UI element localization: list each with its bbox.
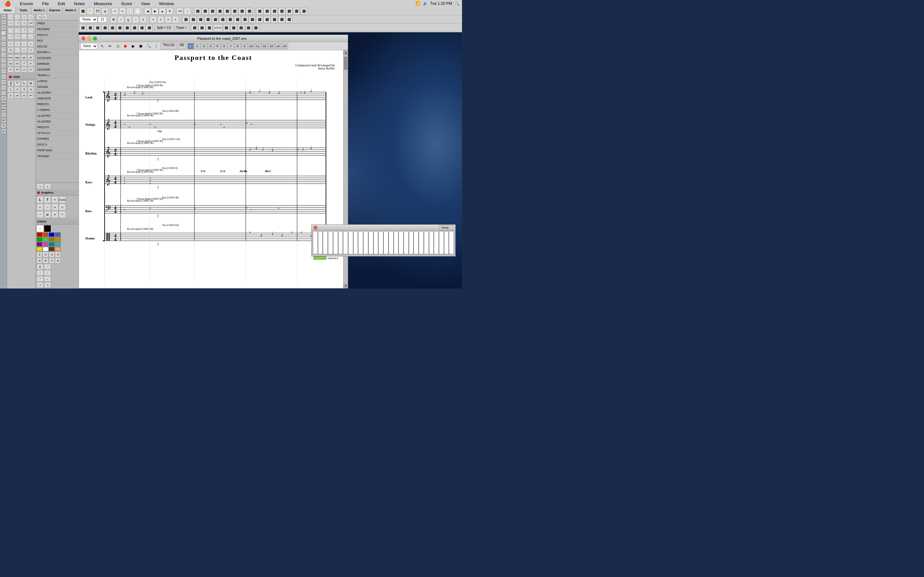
name-prev[interactable]: PREV — [36, 21, 79, 26]
piano-key-c3[interactable] — [383, 232, 389, 254]
btn-s3[interactable]: 3 — [21, 87, 27, 92]
tb-b14[interactable]: ⬛ — [293, 8, 300, 15]
btn-dn-arr[interactable]: ↓ — [44, 270, 51, 276]
name-allegro2[interactable]: ALLEGRO — [36, 113, 79, 119]
btn-pencil-g[interactable]: ✎ — [51, 196, 58, 203]
btn-h[interactable]: H — [51, 211, 58, 218]
piano-key-g3[interactable] — [404, 232, 409, 254]
btn-half-rest[interactable]: 𝄼 — [15, 27, 20, 33]
tool-pencil[interactable]: ✏ — [107, 43, 113, 49]
icon-pointer[interactable]: ↖ — [1, 14, 6, 19]
tb-bold[interactable]: B — [110, 16, 117, 23]
name-leggier[interactable]: LEGGIER — [36, 67, 79, 73]
tb-r4[interactable]: ⬛ — [204, 16, 212, 23]
tb-b9[interactable]: ⬛ — [256, 8, 263, 15]
tb-paste[interactable]: 📄 — [134, 8, 141, 15]
btn-record[interactable]: ⏺ — [122, 43, 129, 49]
piano-key-b1[interactable] — [343, 232, 348, 254]
mnum-5[interactable]: 5 — [214, 43, 221, 49]
icon-tie[interactable]: ⌢ — [1, 69, 6, 74]
piano-setup-btn[interactable]: Setup... — [439, 225, 453, 230]
mnum-15[interactable]: 15 — [282, 43, 288, 49]
tb-t3[interactable]: ⬛ — [206, 24, 213, 31]
tb-s[interactable]: S — [140, 16, 147, 23]
icon-eraser[interactable]: ⬜ — [1, 31, 6, 35]
piano-key-c1[interactable] — [313, 232, 318, 254]
tb-b6[interactable]: ⬛ — [231, 8, 238, 15]
btn-metronome[interactable]: ⋮ — [153, 43, 160, 49]
btn-max-score[interactable] — [93, 37, 97, 40]
tb-s2[interactable]: ⬛ — [87, 24, 94, 31]
color-brown[interactable] — [49, 247, 55, 251]
tb-s9[interactable]: ⬛ — [138, 24, 145, 31]
color-black[interactable]: ■ — [44, 225, 51, 232]
name-porpend[interactable]: PORP END — [36, 147, 79, 153]
icon-select[interactable]: ▭ — [1, 19, 6, 25]
btn-32nd-rest[interactable]: 𝅀 — [15, 34, 20, 39]
btn-text-T[interactable]: T — [44, 196, 51, 203]
mnum-3[interactable]: 3 — [201, 43, 207, 49]
tab-marks2[interactable]: Marks 2 — [63, 7, 79, 13]
name-expres[interactable]: EXPRES — [36, 136, 79, 142]
btn-v[interactable]: v — [21, 47, 27, 53]
font-size-input[interactable] — [98, 17, 107, 23]
btn-m[interactable]: m — [51, 203, 58, 211]
btn-sharp[interactable]: ♯ — [8, 41, 13, 47]
btn-eighth[interactable]: ♪ — [28, 14, 34, 20]
piano-key-f3[interactable] — [399, 232, 404, 254]
tb-r8[interactable]: ⬛ — [234, 16, 241, 23]
name-atempo[interactable]: A TEMPO — [36, 107, 79, 113]
tool-eraser[interactable]: ◇ — [115, 43, 121, 49]
icon-half[interactable]: 𝅗 — [1, 47, 6, 52]
btn-wave-dn[interactable]: ∿ — [44, 282, 51, 288]
color-white[interactable]: □ — [37, 225, 44, 232]
name-presto1[interactable]: PRESTO — [36, 101, 79, 107]
color-green[interactable] — [37, 237, 42, 242]
voice-select[interactable]: Voice — [80, 43, 98, 49]
piano-key-g4[interactable] — [439, 232, 444, 254]
btn-f[interactable]: f — [21, 61, 27, 66]
icon-pencil[interactable]: ✏ — [1, 25, 6, 30]
btn-64th[interactable]: ♬ — [21, 20, 27, 26]
tb-b11[interactable]: ⬛ — [271, 8, 278, 15]
tb-b12[interactable]: ⬛ — [278, 8, 285, 15]
icon-eighth[interactable]: ♪ — [1, 36, 6, 41]
piano-key-b2[interactable] — [378, 232, 383, 254]
mnum-12[interactable]: 12 — [262, 43, 268, 49]
tb-align-l[interactable]: ≡ — [150, 16, 157, 23]
tb-gvox[interactable]: GVOX — [213, 24, 222, 31]
tb-r5[interactable]: ⬛ — [212, 16, 219, 23]
btn-u-lower[interactable]: u — [44, 183, 51, 189]
thru-button[interactable]: Thru On — [161, 43, 177, 49]
tb-circle[interactable]: ○ — [132, 16, 139, 23]
piano-key-e3[interactable] — [394, 232, 399, 254]
scrollbar-down[interactable]: ▼ — [344, 284, 348, 288]
piano-key-e4[interactable] — [429, 232, 434, 254]
tb-t5[interactable]: ⬛ — [230, 24, 237, 31]
btn-mf[interactable]: mf — [15, 61, 20, 66]
btn-line[interactable]: ─ — [37, 211, 44, 218]
piano-key-d3[interactable] — [389, 232, 394, 254]
mnum-1[interactable]: 1 — [187, 43, 194, 49]
tb-open[interactable]: 📂 — [87, 8, 94, 15]
icon-nat[interactable]: ♮ — [1, 90, 6, 95]
btn-dot2[interactable]: .. — [28, 34, 34, 39]
btn-stop[interactable]: ⏹ — [137, 43, 144, 49]
piano-key-a1[interactable] — [338, 232, 343, 254]
tb-b3[interactable]: ⬛ — [209, 8, 216, 15]
name-pecrem[interactable]: PECREM — [36, 26, 79, 32]
btn-arrow-left[interactable]: ◁ — [37, 15, 42, 19]
btn-hash[interactable]: ## — [15, 93, 20, 98]
btn-8th-rest[interactable]: 𝄾 — [28, 27, 34, 33]
tb-r11[interactable]: ⬛ — [256, 16, 263, 23]
menu-edit[interactable]: Edit — [56, 1, 67, 7]
tb-t8[interactable]: ⬛ — [252, 24, 260, 31]
tb-r1[interactable]: ⬛ — [182, 16, 189, 23]
search-icon[interactable]: 🔍 — [455, 1, 459, 6]
font-select[interactable]: Times — [79, 16, 97, 23]
icon-flat[interactable]: ♭ — [1, 85, 6, 90]
menu-view[interactable]: View — [139, 1, 152, 7]
btn-num1[interactable]: ① — [37, 251, 42, 258]
btn-dots[interactable]: ···· — [44, 264, 51, 269]
tb-b15[interactable]: ⬛ — [300, 8, 307, 15]
